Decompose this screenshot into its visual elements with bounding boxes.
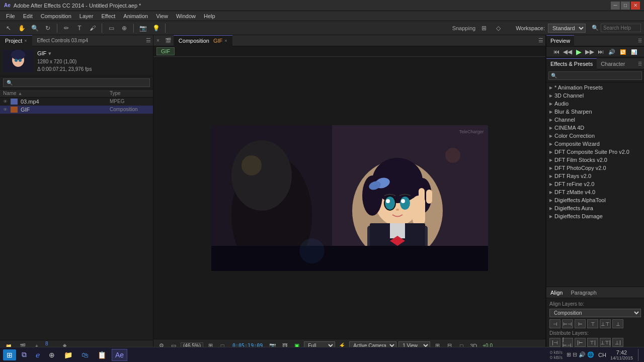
effects-category-6[interactable]: ▶ Color Correction <box>546 132 644 140</box>
chrome-btn[interactable]: ⊕ <box>45 349 58 361</box>
effects-category-15[interactable]: ▶ Digieffects Aura <box>546 204 644 212</box>
text-tool[interactable]: T <box>74 23 85 34</box>
task-view-btn[interactable]: ⧉ <box>18 349 30 361</box>
effects-category-7[interactable]: ▶ Composite Wizard <box>546 140 644 148</box>
align-hcenter-btn[interactable]: ⊢⊣ <box>562 319 573 328</box>
comp-close-btn[interactable]: × <box>224 38 227 43</box>
effect-controls-tab[interactable]: Effect Controls 03.mp4 <box>32 35 94 46</box>
project-tab[interactable]: Project × <box>0 35 32 46</box>
align-top-btn[interactable]: ⊤ <box>587 319 598 328</box>
effects-category-10[interactable]: ▶ DFT PhotoCopy v2.0 <box>546 164 644 172</box>
col-extra <box>98 90 108 96</box>
align-layers-to-select[interactable]: Composition Selection <box>549 309 641 317</box>
menu-window[interactable]: Window <box>172 12 200 20</box>
effects-tab-menu[interactable]: ☰ <box>638 61 642 66</box>
rotate-tool[interactable]: ↻ <box>42 23 53 34</box>
dist-left-btn[interactable]: |⊣ <box>549 338 560 347</box>
maximize-button[interactable]: □ <box>621 2 630 10</box>
clipboard-btn[interactable]: 📋 <box>94 349 110 361</box>
menu-file[interactable]: File <box>2 12 19 20</box>
preview-thumbnail <box>3 50 33 72</box>
align-bottom-btn[interactable]: ⊥ <box>612 319 623 328</box>
ae-btn[interactable]: Ae <box>112 349 127 361</box>
menu-bar: File Edit Composition Layer Effect Anima… <box>0 11 644 21</box>
menu-animation[interactable]: Animation <box>119 12 152 20</box>
zoom-tool[interactable]: 🔍 <box>29 23 40 34</box>
effects-category-16[interactable]: ▶ Digieffects Damage <box>546 212 644 220</box>
next-frame-btn[interactable]: ▶▶ <box>585 47 594 56</box>
menu-composition[interactable]: Composition <box>37 12 75 20</box>
prev-frame-btn[interactable]: ◀◀ <box>563 47 572 56</box>
dist-right-btn[interactable]: |⊢ <box>575 338 586 347</box>
preview-tab[interactable]: Preview <box>546 35 574 46</box>
menu-view[interactable]: View <box>152 12 172 20</box>
character-tab[interactable]: Character <box>597 58 629 69</box>
panel-menu-icon[interactable]: ☰ <box>146 37 151 44</box>
align-left-btn[interactable]: ⊣ <box>549 319 560 328</box>
camera-tool[interactable]: 📷 <box>137 23 148 34</box>
minimize-button[interactable]: ─ <box>611 2 620 10</box>
dist-top-btn[interactable]: ⊤| <box>587 338 598 347</box>
workspace-select[interactable]: Standard <box>548 24 586 33</box>
taskbar-time[interactable]: 7:42 14/11/2015 <box>610 349 633 360</box>
align-right-btn[interactable]: ⊢ <box>575 319 586 328</box>
show-desktop-btn[interactable] <box>638 349 641 361</box>
comp-tab-menu[interactable]: ☰ <box>538 37 543 44</box>
effects-search-box[interactable]: 🔍 <box>548 71 642 80</box>
effects-category-13[interactable]: ▶ DFT zMatte v4.0 <box>546 188 644 196</box>
snap-icon[interactable]: ◇ <box>493 23 504 34</box>
menu-effect[interactable]: Effect <box>97 12 119 20</box>
snapping-toggle[interactable]: ⊞ <box>478 23 490 34</box>
pen-tool[interactable]: ✏ <box>61 23 72 34</box>
effects-category-3[interactable]: ▶ Blur & Sharpen <box>546 108 644 116</box>
play-btn[interactable]: ▶ <box>574 47 583 56</box>
audio-btn[interactable]: 🔊 <box>607 47 616 56</box>
close-button[interactable]: ✕ <box>631 2 640 10</box>
search-input[interactable] <box>601 24 641 32</box>
project-tab-close[interactable]: × <box>24 38 27 43</box>
light-tool[interactable]: 💡 <box>150 23 162 34</box>
brush-tool[interactable]: 🖌 <box>87 23 98 34</box>
shape-tool[interactable]: ▭ <box>106 23 117 34</box>
first-frame-btn[interactable]: ⏮ <box>552 47 561 56</box>
effects-category-11[interactable]: ▶ DFT Rays v2.0 <box>546 172 644 180</box>
menu-help[interactable]: Help <box>200 12 219 20</box>
project-item-mp4[interactable]: 👁 03.mp4 MPEG <box>0 98 153 106</box>
store-btn[interactable]: 🛍 <box>78 349 92 361</box>
hand-tool[interactable]: ✋ <box>16 23 27 34</box>
effects-category-4[interactable]: ▶ Channel <box>546 116 644 124</box>
composition-viewer[interactable]: TeleCharger <box>153 57 545 339</box>
selection-tool[interactable]: ↖ <box>3 23 14 34</box>
effects-category-9[interactable]: ▶ DFT Film Stocks v2.0 <box>546 156 644 164</box>
preview-tab-menu[interactable]: ☰ <box>638 38 642 43</box>
effects-category-2[interactable]: ▶ Audio <box>546 100 644 108</box>
align-tab[interactable]: Align <box>546 289 567 297</box>
dist-hcenter-btn[interactable]: |⊢⊣ <box>562 338 573 347</box>
puppet-tool[interactable]: ⊕ <box>119 23 130 34</box>
effects-presets-tab[interactable]: Effects & Presets <box>546 58 597 69</box>
dist-bottom-btn[interactable]: ⊥| <box>612 338 623 347</box>
effects-category-14[interactable]: ▶ Digieffects AlphaTool <box>546 196 644 204</box>
menu-layer[interactable]: Layer <box>75 12 98 20</box>
last-frame-btn[interactable]: ⏭ <box>596 47 605 56</box>
ie-btn[interactable]: ℯ <box>32 349 43 361</box>
composition-tab[interactable]: Composition GIF × <box>174 35 232 46</box>
loop-btn[interactable]: 🔁 <box>618 47 627 56</box>
effects-category-8[interactable]: ▶ DFT Composite Suite Pro v2.0 <box>546 148 644 156</box>
align-vcenter-btn[interactable]: ⊥⊤ <box>600 319 611 328</box>
effects-category-0[interactable]: ▶ * Animation Presets <box>546 83 644 92</box>
file-explorer-btn[interactable]: 📁 <box>60 349 76 361</box>
menu-edit[interactable]: Edit <box>19 12 37 20</box>
paragraph-tab[interactable]: Paragraph <box>567 289 600 297</box>
effects-category-1[interactable]: ▶ 3D Channel <box>546 92 644 100</box>
effects-category-12[interactable]: ▶ DFT reFine v2.0 <box>546 180 644 188</box>
sep3 <box>133 24 134 33</box>
effects-search-input[interactable] <box>559 73 639 78</box>
ram-preview-btn[interactable]: 📊 <box>629 47 638 56</box>
dist-vcenter-btn[interactable]: ⊥⊤| <box>600 338 611 347</box>
effects-category-5[interactable]: ▶ CINEMA 4D <box>546 124 644 132</box>
comp-tab-close-x[interactable]: × <box>153 37 163 44</box>
project-item-gif[interactable]: 👁 GIF Composition <box>0 106 153 114</box>
svg-rect-31 <box>211 246 488 271</box>
start-button[interactable]: ⊞ <box>3 349 16 360</box>
